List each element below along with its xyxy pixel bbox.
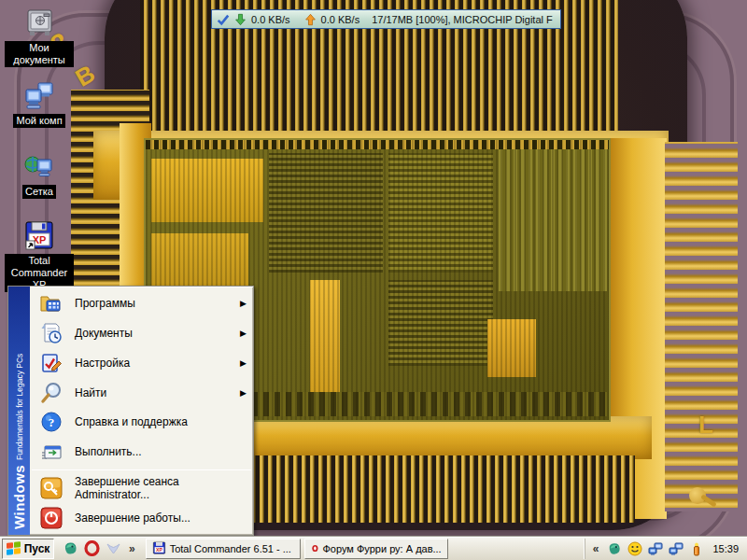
- search-icon: [39, 381, 63, 405]
- desktop-icon-network[interactable]: Сетка: [4, 151, 75, 199]
- safe-icon: [22, 7, 56, 39]
- desktop-icon-my-computer[interactable]: Мой комп: [4, 80, 75, 128]
- menu-item-documents[interactable]: Документы ▶: [30, 318, 253, 348]
- desktop-icon-label: Мои документы: [5, 41, 74, 67]
- system-tray: «: [585, 539, 745, 559]
- opera-icon: [311, 541, 319, 555]
- taskbar-clock[interactable]: 15:39: [712, 543, 739, 554]
- check-icon: [217, 13, 230, 26]
- kmeleon-tray-icon[interactable]: [606, 540, 622, 556]
- start-button-label: Пуск: [24, 542, 50, 555]
- task-button-label: Total Commander 6.51 - ...: [170, 543, 291, 554]
- task-buttons: XP Total Commander 6.51 - ... Форум Фурр…: [146, 539, 448, 559]
- package-marking-b: B: [71, 59, 101, 92]
- wing-icon[interactable]: [105, 540, 121, 557]
- menu-item-find[interactable]: Найти ▶: [30, 378, 253, 408]
- smiley-icon[interactable]: [627, 540, 642, 556]
- menu-item-label: Завершение сеанса Administrator...: [75, 475, 246, 501]
- total-commander-icon: XP: [152, 541, 166, 555]
- tray-collapse-chevron[interactable]: «: [590, 542, 602, 555]
- start-button[interactable]: Пуск: [2, 539, 54, 559]
- upload-arrow-icon: [304, 13, 317, 26]
- opera-icon[interactable]: [83, 540, 100, 557]
- quick-launch-overflow-chevron[interactable]: »: [126, 542, 138, 555]
- menu-item-label: Настройка: [75, 357, 130, 370]
- menu-item-logoff[interactable]: Завершение сеанса Administrator...: [30, 473, 253, 503]
- task-button-total-commander[interactable]: XP Total Commander 6.51 - ...: [146, 539, 301, 559]
- start-menu-items: Программы ▶ Документы ▶: [30, 287, 253, 535]
- run-icon: [39, 440, 63, 464]
- kmeleon-icon[interactable]: [62, 540, 78, 557]
- package-marking-l: L: [698, 411, 713, 440]
- menu-item-label: Программы: [75, 297, 135, 310]
- help-icon: ?: [39, 410, 63, 434]
- submenu-arrow-icon: ▶: [240, 388, 247, 398]
- package-gold-dot: [689, 487, 706, 504]
- taskbar: Пуск » XP Total Comma: [0, 536, 747, 560]
- sidebar-windows-label: Windows: [11, 465, 27, 529]
- submenu-arrow-icon: ▶: [240, 299, 247, 308]
- sidebar-edition-label: Fundamentals for Legacy PCs: [15, 353, 24, 459]
- network-tray-icon[interactable]: [668, 540, 684, 556]
- programs-folder-icon: [39, 291, 63, 315]
- download-arrow-icon: [234, 13, 247, 26]
- windows-flag-icon: [7, 541, 21, 556]
- total-commander-icon: XP: [22, 220, 56, 252]
- menu-item-programs[interactable]: Программы ▶: [30, 288, 253, 318]
- menu-item-shutdown[interactable]: Завершение работы...: [30, 503, 253, 533]
- task-button-opera-forum[interactable]: Форум Фурри ру: А дав...: [304, 539, 448, 559]
- documents-icon: [39, 321, 63, 345]
- quick-launch: »: [62, 540, 138, 557]
- desktop-icon-label: Сетка: [22, 185, 56, 199]
- my-computer-icon: [22, 80, 56, 112]
- start-menu-sidebar: Windows Fundamentals for Legacy PCs: [8, 287, 30, 535]
- desktop-icon-label: Мой комп: [13, 114, 64, 128]
- menu-item-label: Выполнить...: [75, 445, 142, 458]
- gold-shelf-right: [609, 138, 667, 519]
- svg-text:?: ?: [49, 415, 55, 429]
- submenu-arrow-icon: ▶: [240, 358, 247, 368]
- upload-rate: 0.0 KB/s: [321, 14, 360, 25]
- svg-text:XP: XP: [156, 547, 163, 553]
- shutdown-icon: [39, 506, 63, 530]
- task-button-label: Форум Фурри ру: А дав...: [322, 543, 441, 554]
- network-tray-icon[interactable]: [647, 540, 663, 556]
- menu-item-run[interactable]: Выполнить...: [30, 437, 253, 467]
- menu-item-label: Справка и поддержка: [75, 415, 188, 428]
- desktop-icon-total-commander[interactable]: XP Total Commander XP: [4, 220, 75, 292]
- lighter-icon[interactable]: [688, 540, 704, 556]
- menu-item-help[interactable]: ? Справка и поддержка: [30, 408, 253, 438]
- download-rate: 0.0 KB/s: [251, 14, 290, 25]
- menu-item-label: Завершение работы...: [75, 511, 190, 525]
- bandwidth-monitor-bar[interactable]: 0.0 KB/s 0.0 KB/s 17/17MB [100%], MICROC…: [211, 9, 561, 29]
- lead-fingers-right: [665, 142, 738, 511]
- desktop-icon-my-documents[interactable]: Мои документы: [4, 7, 75, 67]
- menu-separator: [32, 469, 251, 470]
- submenu-arrow-icon: ▶: [240, 329, 247, 338]
- logoff-key-icon: [39, 476, 63, 500]
- gold-shelf-top: [93, 131, 669, 200]
- menu-item-label: Найти: [75, 386, 106, 399]
- start-menu: Windows Fundamentals for Legacy PCs Прог…: [7, 286, 254, 536]
- memory-status: 17/17MB [100%], MICROCHIP Digital F: [372, 14, 553, 25]
- settings-icon: [39, 351, 63, 375]
- menu-item-label: Документы: [75, 327, 133, 340]
- menu-item-settings[interactable]: Настройка ▶: [30, 348, 253, 378]
- network-icon: [22, 151, 56, 183]
